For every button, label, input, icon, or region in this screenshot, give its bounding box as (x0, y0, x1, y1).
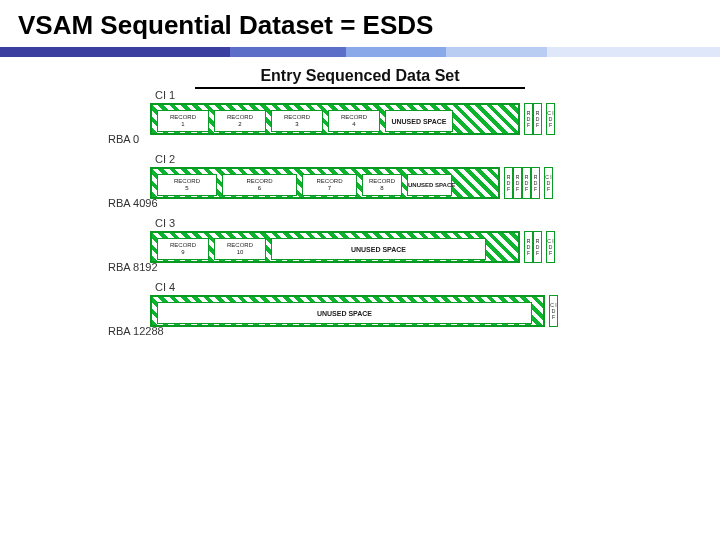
cidf-cell: C I D F (549, 295, 558, 327)
ci-1-bar: RECORD1 RECORD2 RECORD3 RECORD4 UNUSED S… (150, 103, 520, 135)
rba-label-12288: RBA 12288 (108, 325, 164, 337)
rdf-cell: R D F (524, 103, 533, 135)
ci-label-1: CI 1 (155, 89, 175, 101)
rdf-cell: R D F (533, 103, 542, 135)
rdf-cell: R D F (533, 231, 542, 263)
rdf-cell: R D F (531, 167, 540, 199)
cidf-cell: C I D F (546, 231, 555, 263)
record-cell: RECORD4 (328, 110, 380, 132)
esds-figure: Entry Sequenced Data Set CI 1 RECORD1 RE… (0, 57, 720, 537)
ci-label-2: CI 2 (155, 153, 175, 165)
trailing-fields: R D F R D F C I D F (524, 103, 555, 135)
record-cell: RECORD5 (157, 174, 217, 196)
unused-space: UNUSED SPACE (157, 302, 532, 324)
unused-space: UNUSED SPACE (385, 110, 453, 132)
trailing-fields: R D F R D F C I D F (524, 231, 555, 263)
record-cell: RECORD7 (302, 174, 357, 196)
record-cell: RECORD9 (157, 238, 209, 260)
record-cell: RECORD2 (214, 110, 266, 132)
record-cell: RECORD1 (157, 110, 209, 132)
trailing-fields: R D F R D F R D F R D F C I D F (504, 167, 553, 199)
ci-3: CI 3 RECORD9 RECORD10 UNUSED SPACE R D F… (0, 231, 720, 277)
rdf-cell: R D F (513, 167, 522, 199)
record-cell: RECORD6 (222, 174, 297, 196)
unused-space: UNUSED SPACE (407, 174, 452, 196)
trailing-fields: C I D F (549, 295, 558, 327)
ci-2-bar: RECORD5 RECORD6 RECORD7 RECORD8 UNUSED S… (150, 167, 500, 199)
cidf-cell: C I D F (546, 103, 555, 135)
slide-title: VSAM Sequential Dataset = ESDS (0, 0, 720, 47)
record-cell: RECORD10 (214, 238, 266, 260)
record-cell: RECORD3 (271, 110, 323, 132)
rdf-cell: R D F (522, 167, 531, 199)
ci-4: CI 4 UNUSED SPACE C I D F RBA 12288 (0, 295, 720, 341)
figure-title-underline (195, 87, 525, 89)
ci-4-bar: UNUSED SPACE (150, 295, 545, 327)
ci-label-3: CI 3 (155, 217, 175, 229)
rdf-cell: R D F (504, 167, 513, 199)
rba-label-4096: RBA 4096 (108, 197, 158, 209)
rba-label-0: RBA 0 (108, 133, 139, 145)
ci-label-4: CI 4 (155, 281, 175, 293)
unused-space: UNUSED SPACE (271, 238, 486, 260)
title-accent-bar (0, 47, 720, 57)
figure-title: Entry Sequenced Data Set (0, 67, 720, 85)
rba-label-8192: RBA 8192 (108, 261, 158, 273)
record-cell: RECORD8 (362, 174, 402, 196)
ci-2: CI 2 RECORD5 RECORD6 RECORD7 RECORD8 UNU… (0, 167, 720, 213)
cidf-cell: C I D F (544, 167, 553, 199)
ci-3-bar: RECORD9 RECORD10 UNUSED SPACE (150, 231, 520, 263)
ci-1: CI 1 RECORD1 RECORD2 RECORD3 RECORD4 UNU… (0, 103, 720, 149)
rdf-cell: R D F (524, 231, 533, 263)
